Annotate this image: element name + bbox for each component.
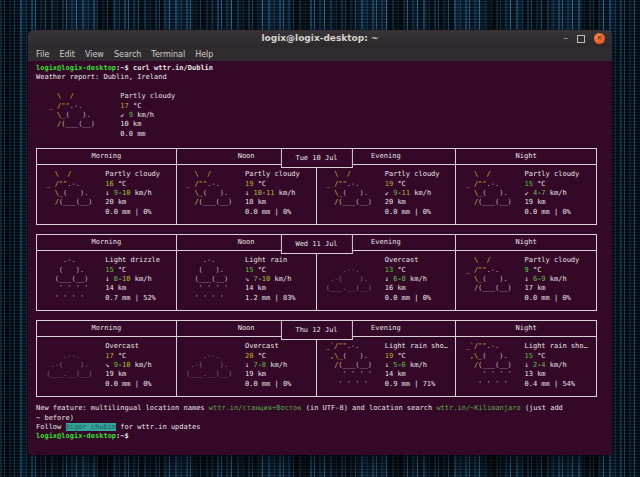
forecast-cell-noon: .-. Light rain ( ). 15 °C (___(__) ↘ 7-1… [177, 251, 317, 310]
forecast-days: Tue 10 JulMorningNoonEveningNight \ / Pa… [36, 148, 604, 397]
forecast-cell-noon: \ / Partly cloudy _ /"".-. 19 °C \_( ). … [177, 165, 317, 224]
date-label: Tue 10 Jul [280, 148, 352, 168]
forecast-cell-night: \ / Partly cloudy _ /"".-. 15 °C \_( ). … [456, 165, 596, 224]
titlebar[interactable]: logix@logix-desktop: ~ – ✕ [28, 30, 612, 47]
footer-follow-line: Follow @igor_chubin for wttr.in updates [36, 423, 604, 432]
forecast-cell-night: _`/"".-. Light rain sho… ,\_( ). 15 °C /… [456, 337, 596, 396]
weather-ascii-block: .-. Light drizzle ( ). 15 °C (___(__) ↓ … [42, 256, 176, 303]
close-icon[interactable]: ✕ [594, 33, 605, 44]
forecast-cell-night: \ / Partly cloudy _ /"".-. 9 °C \_( ). ↓… [456, 251, 596, 310]
menu-item-terminal[interactable]: Terminal [151, 50, 185, 59]
forecast-table-body: Overcast .--. 17 °C .-( ). ↘ 9-10 km/h (… [37, 337, 596, 396]
weather-report-title: Weather report: Dublin, Ireland [36, 73, 604, 82]
menu-item-help[interactable]: Help [195, 50, 213, 59]
weather-ascii-block: \ / Partly cloudy _ /"".-. 15 °C \_( ). … [461, 170, 596, 217]
forecast-day: Tue 10 JulMorningNoonEveningNight \ / Pa… [36, 148, 597, 225]
date-label: Thu 12 Jul [280, 320, 352, 340]
menu-item-search[interactable]: Search [114, 50, 141, 59]
window-title: logix@logix-desktop: ~ [28, 30, 612, 47]
menu-item-file[interactable]: File [36, 50, 49, 59]
maximize-icon[interactable] [577, 35, 585, 43]
period-header-morning: Morning [37, 235, 177, 251]
weather-ascii-block: .-. Light rain ( ). 15 °C (___(__) ↘ 7-1… [182, 256, 316, 303]
forecast-day: Wed 11 JulMorningNoonEveningNight .-. Li… [36, 234, 597, 311]
forecast-cell-evening: _`/"".-. Light rain sho… ,\_( ). 19 °C /… [317, 337, 457, 396]
forecast-table-body: \ / Partly cloudy _ /"".-. 16 °C \_( ). … [37, 165, 596, 224]
forecast-table-body: .-. Light drizzle ( ). 15 °C (___(__) ↓ … [37, 251, 596, 310]
follow-prefix: Follow [36, 423, 66, 431]
forecast-cell-morning: \ / Partly cloudy _ /"".-. 16 °C \_( ). … [37, 165, 177, 224]
footer-new-feature-line: New feature: multilingual location names… [36, 404, 604, 413]
follow-suffix: for wttr.in updates [116, 423, 200, 431]
terminal-window: logix@logix-desktop: ~ – ✕ FileEditViewS… [28, 30, 612, 455]
twitter-handle-highlight: @igor_chubin [66, 423, 117, 431]
prompt-user-host: logix@logix-desktop [36, 432, 116, 440]
footer-wrap-line: ~ before) [36, 414, 604, 423]
forecast-cell-noon: Overcast .--. 20 °C .-( ). ↓ 7-8 km/h (_… [177, 337, 317, 396]
prompt-line-command: logix@logix-desktop:~$ curl wttr.in/Dubl… [36, 64, 604, 73]
weather-ascii-block: _`/"".-. Light rain sho… ,\_( ). 19 °C /… [322, 342, 456, 389]
prompt-suffix: :~$ [116, 432, 129, 440]
forecast-cell-evening: Overcast .--. 13 °C .-( ). ↓ 6-8 km/h (_… [317, 251, 457, 310]
period-header-night: Night [456, 235, 596, 251]
forecast-cell-morning: .-. Light drizzle ( ). 15 °C (___(__) ↓ … [37, 251, 177, 310]
prompt-user-host: logix@logix-desktop [36, 64, 116, 72]
weather-ascii-block: Overcast .--. 17 °C .-( ). ↘ 9-10 km/h (… [42, 342, 176, 389]
period-header-morning: Morning [37, 321, 177, 337]
weather-ascii-block: \ / Partly cloudy _ /"".-. 17 °C \_( ). … [36, 92, 604, 139]
weather-ascii-block: \ / Partly cloudy _ /"".-. 19 °C \_( ). … [182, 170, 316, 217]
forecast-cell-evening: \ / Partly cloudy _ /"".-. 19 °C \_( ). … [317, 165, 457, 224]
period-header-night: Night [456, 321, 596, 337]
forecast-day: Thu 12 JulMorningNoonEveningNight Overca… [36, 320, 597, 397]
forecast-cell-morning: Overcast .--. 17 °C .-( ). ↘ 9-10 km/h (… [37, 337, 177, 396]
weather-ascii-block: \ / Partly cloudy _ /"".-. 16 °C \_( ). … [42, 170, 176, 217]
terminal-body[interactable]: logix@logix-desktop:~$ curl wttr.in/Dubl… [28, 61, 612, 455]
menu-item-edit[interactable]: Edit [59, 50, 75, 59]
command-text: curl wttr.in/Dublin [129, 64, 213, 72]
terminal-footer: New feature: multilingual location names… [36, 404, 604, 442]
minimize-icon[interactable]: – [564, 34, 569, 43]
prompt-line-final: logix@logix-desktop:~$ [36, 432, 604, 441]
weather-ascii-block: Overcast .--. 20 °C .-( ). ↓ 7-8 km/h (_… [182, 342, 316, 389]
date-label: Wed 11 Jul [280, 234, 352, 254]
weather-ascii-block: \ / Partly cloudy _ /"".-. 9 °C \_( ). ↓… [461, 256, 596, 303]
menu-item-view[interactable]: View [85, 50, 104, 59]
spacer-line [36, 83, 604, 92]
current-conditions: \ / Partly cloudy _ /"".-. 17 °C \_( ). … [36, 92, 604, 139]
menubar: FileEditViewSearchTerminalHelp [28, 47, 612, 61]
weather-ascii-block: Overcast .--. 13 °C .-( ). ↓ 6-8 km/h (_… [322, 256, 456, 303]
weather-ascii-block: \ / Partly cloudy _ /"".-. 19 °C \_( ). … [322, 170, 456, 217]
period-header-night: Night [456, 149, 596, 165]
prompt-suffix: :~$ [116, 64, 129, 72]
window-controls: – ✕ [564, 30, 606, 47]
period-header-morning: Morning [37, 149, 177, 165]
weather-ascii-block: _`/"".-. Light rain sho… ,\_( ). 15 °C /… [461, 342, 596, 389]
